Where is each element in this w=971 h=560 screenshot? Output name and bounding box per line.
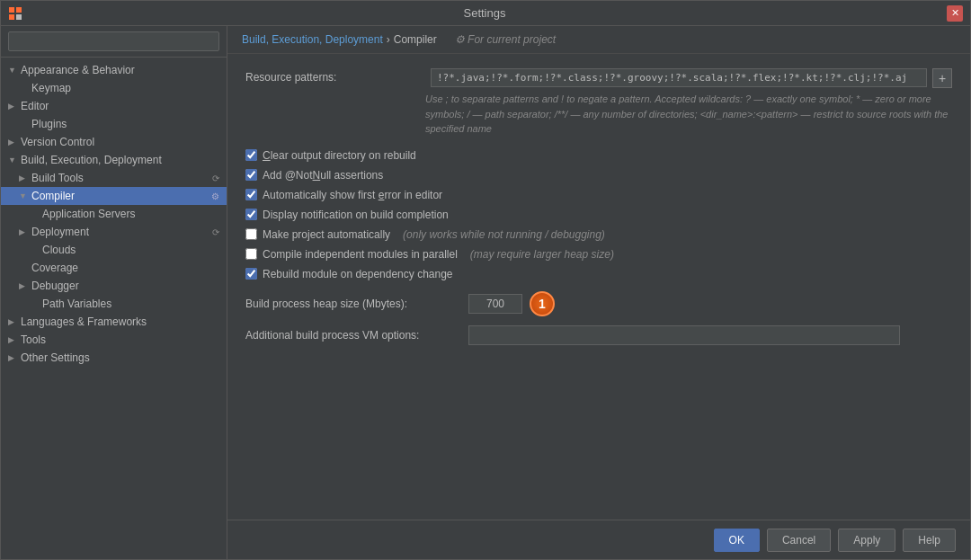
resource-patterns-label: Resource patterns: — [245, 68, 425, 84]
checkbox-parallel-input[interactable] — [245, 248, 257, 260]
sidebar-item-compiler[interactable]: Compiler ⚙ — [1, 187, 227, 205]
sidebar-item-keymap[interactable]: Keymap — [1, 79, 227, 97]
checkbox-notnull-label[interactable]: Add @NotNull assertions — [263, 169, 383, 182]
arrow-icon — [8, 66, 17, 75]
resource-patterns-add-button[interactable]: + — [932, 68, 952, 88]
breadcrumb-part2: Compiler — [394, 33, 437, 46]
search-box — [1, 26, 227, 58]
checkbox-rebuild-label[interactable]: Rebuild module on dependency change — [263, 268, 453, 280]
arrow-icon — [8, 317, 17, 326]
checkbox-notification: Display notification on build completion — [245, 209, 952, 221]
sidebar-item-build[interactable]: Build, Execution, Deployment — [1, 151, 227, 169]
window-title: Settings — [22, 6, 947, 20]
main-panel: Build, Execution, Deployment › Compiler … — [227, 26, 970, 559]
checkbox-notification-label[interactable]: Display notification on build completion — [263, 209, 449, 221]
sidebar-item-version-control[interactable]: Version Control — [1, 133, 227, 151]
arrow-icon — [8, 138, 17, 147]
arrow-icon — [8, 353, 17, 362]
checkbox-parallel: Compile independent modules in parallel … — [245, 248, 952, 261]
parallel-note: (may require larger heap size) — [470, 248, 614, 261]
arrow-icon — [8, 335, 17, 344]
compiler-icon: ⚙ — [211, 191, 219, 201]
sidebar-item-other-settings[interactable]: Other Settings — [1, 349, 227, 367]
sidebar-item-editor[interactable]: Editor — [1, 97, 227, 115]
sidebar-item-build-tools[interactable]: Build Tools ⟳ — [1, 169, 227, 187]
sidebar-item-plugins[interactable]: Plugins — [1, 115, 227, 133]
cancel-button[interactable]: Cancel — [767, 529, 831, 552]
breadcrumb-separator: › — [387, 33, 390, 46]
checkbox-clear-output-label[interactable]: Clear output directory on rebuild — [263, 149, 416, 162]
svg-rect-3 — [16, 14, 22, 20]
heap-input[interactable] — [468, 294, 522, 314]
checkbox-make-auto-input[interactable] — [245, 228, 257, 240]
checkbox-notnull-input[interactable] — [245, 169, 257, 181]
arrow-icon — [19, 191, 28, 200]
resource-patterns-input[interactable] — [431, 68, 927, 87]
sidebar-item-app-servers[interactable]: Application Servers — [1, 205, 227, 223]
search-input[interactable] — [8, 31, 219, 51]
svg-rect-1 — [16, 7, 22, 13]
checkbox-clear-output: Clear output directory on rebuild — [245, 149, 952, 162]
sidebar-item-deployment[interactable]: Deployment ⟳ — [1, 223, 227, 241]
resource-patterns-row: Resource patterns: + — [245, 68, 952, 88]
deployment-icon: ⟳ — [212, 227, 219, 237]
checkbox-rebuild: Rebuild module on dependency change — [245, 268, 952, 280]
sidebar-item-coverage[interactable]: Coverage — [1, 259, 227, 277]
sidebar: Appearance & Behavior Keymap Editor Plug… — [1, 26, 227, 559]
main-content: Appearance & Behavior Keymap Editor Plug… — [1, 26, 970, 559]
apply-button[interactable]: Apply — [838, 529, 895, 552]
checkbox-rebuild-input[interactable] — [245, 268, 257, 280]
sidebar-item-appearance[interactable]: Appearance & Behavior — [1, 61, 227, 79]
app-logo — [8, 6, 22, 21]
checkbox-parallel-label[interactable]: Compile independent modules in parallel — [263, 248, 458, 261]
breadcrumb: Build, Execution, Deployment › Compiler … — [227, 26, 970, 54]
resource-patterns-hint: Use ; to separate patterns and ! to nega… — [425, 92, 952, 137]
nav-tree: Appearance & Behavior Keymap Editor Plug… — [1, 58, 227, 559]
checkbox-notnull: Add @NotNull assertions — [245, 169, 952, 182]
checkbox-make-auto: Make project automatically (only works w… — [245, 228, 952, 241]
sidebar-item-languages[interactable]: Languages & Frameworks — [1, 313, 227, 331]
footer: OK Cancel Apply Help — [227, 520, 970, 559]
arrow-icon — [19, 281, 28, 290]
checkbox-auto-show-input[interactable] — [245, 189, 257, 200]
vm-options-label: Additional build process VM options: — [245, 329, 461, 342]
vm-options-row: Additional build process VM options: — [245, 325, 952, 345]
ok-button[interactable]: OK — [714, 529, 760, 552]
settings-window: Settings ✕ Appearance & Behavior Keymap — [0, 0, 971, 560]
settings-content: Resource patterns: + Use ; to separate p… — [227, 54, 970, 520]
checkbox-make-auto-label[interactable]: Make project automatically — [263, 228, 390, 241]
titlebar: Settings ✕ — [1, 1, 970, 26]
svg-rect-0 — [9, 7, 14, 13]
arrow-icon — [19, 173, 28, 182]
breadcrumb-part1[interactable]: Build, Execution, Deployment — [242, 33, 383, 46]
arrow-icon — [8, 156, 17, 164]
sync-icon: ⟳ — [212, 173, 219, 183]
checkbox-notification-input[interactable] — [245, 209, 257, 220]
badge-1: 1 — [530, 291, 555, 316]
make-auto-note: (only works while not running / debuggin… — [403, 228, 605, 241]
breadcrumb-project: ⚙ For current project — [455, 33, 556, 46]
vm-options-input[interactable] — [468, 325, 900, 345]
close-button[interactable]: ✕ — [947, 5, 963, 22]
sidebar-item-debugger[interactable]: Debugger — [1, 277, 227, 295]
checkbox-clear-output-input[interactable] — [245, 149, 257, 161]
sidebar-item-path-variables[interactable]: Path Variables — [1, 295, 227, 313]
svg-rect-2 — [9, 14, 14, 20]
checkbox-auto-show: Automatically show first error in editor — [245, 189, 952, 201]
arrow-icon — [8, 102, 17, 111]
checkbox-auto-show-label[interactable]: Automatically show first error in editor — [263, 189, 442, 201]
arrow-icon — [19, 227, 28, 236]
sidebar-item-clouds[interactable]: Clouds — [1, 241, 227, 259]
sidebar-item-tools[interactable]: Tools — [1, 331, 227, 349]
heap-label: Build process heap size (Mbytes): — [245, 298, 461, 310]
heap-row: Build process heap size (Mbytes): 1 — [245, 291, 952, 316]
help-button[interactable]: Help — [903, 529, 956, 552]
